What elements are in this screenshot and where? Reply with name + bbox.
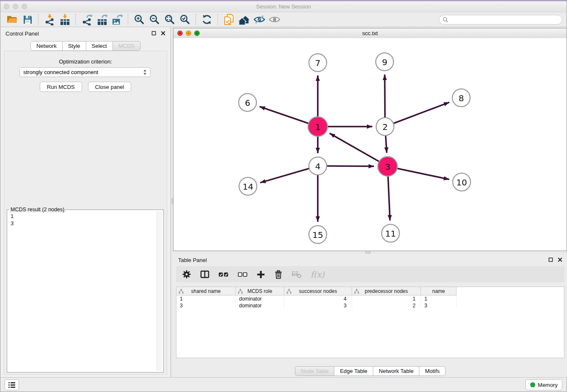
table-cell[interactable]: 2 [352, 303, 421, 309]
table-cell[interactable]: 4 [284, 296, 352, 302]
zoom-fit-button[interactable] [162, 13, 177, 26]
network-canvas[interactable]: 7968124314101511 [173, 38, 567, 251]
tab-select[interactable]: Select [86, 41, 113, 51]
network-graph: 7968124314101511 [173, 38, 567, 251]
show-hidden-button[interactable] [267, 13, 282, 26]
close-window-button[interactable] [4, 4, 9, 9]
deselect-all-button[interactable] [238, 269, 248, 280]
zoom-in-button[interactable] [132, 13, 147, 26]
toolbar-separator [75, 14, 76, 25]
tab-mcds[interactable]: MCDS [113, 41, 140, 51]
tab-motifs[interactable]: Motifs [419, 366, 446, 376]
network-window-titlebar[interactable]: scc.txt [173, 28, 567, 39]
column-header-shared-name[interactable]: shared name [176, 287, 236, 295]
checked-boxes-icon [218, 270, 229, 279]
trash-icon [274, 270, 283, 279]
show-columns-button[interactable] [200, 269, 209, 280]
table-cell[interactable]: 1 [421, 296, 457, 302]
home-icon [238, 14, 250, 25]
close-panel-button[interactable]: Close panel [88, 82, 132, 92]
toolbar-separator [217, 14, 218, 25]
table-row[interactable]: 1dominator411 [176, 295, 564, 302]
zoom-selected-button[interactable] [177, 13, 193, 26]
fx-icon: f(x) [311, 270, 325, 279]
zoom-out-button[interactable] [147, 13, 162, 26]
column-header-predecessor-nodes[interactable]: predecessor nodes [352, 287, 421, 295]
table-cell[interactable]: 1 [352, 296, 421, 302]
table-settings-button[interactable] [182, 269, 191, 280]
float-panel-icon[interactable] [151, 31, 156, 36]
function-builder-button[interactable]: f(x) [311, 269, 325, 280]
maximize-view-button[interactable] [194, 30, 200, 36]
minimize-view-button[interactable] [186, 30, 191, 36]
gear-icon [182, 270, 191, 279]
import-network-icon [44, 14, 55, 25]
export-table-icon [96, 14, 108, 25]
table-header-row: shared nameMCDS rolesuccessor nodesprede… [176, 287, 564, 295]
table-panel-title: Table Panel [178, 257, 207, 263]
export-table-button[interactable] [94, 13, 110, 26]
delete-table-icon [292, 270, 302, 279]
export-image-button[interactable] [110, 13, 125, 26]
table-cell[interactable]: 3 [176, 303, 236, 309]
network-from-selection-button[interactable] [221, 13, 237, 26]
column-header-label: MCDS role [236, 288, 284, 294]
graph-node-label: 10 [456, 177, 467, 188]
zoom-in-icon [134, 14, 145, 25]
save-session-button[interactable] [20, 13, 35, 26]
table-row[interactable]: 3dominator323 [176, 302, 564, 309]
hide-selected-button[interactable] [252, 13, 267, 26]
graph-edge-2-8[interactable] [385, 102, 449, 127]
tab-network-table[interactable]: Network Table [373, 366, 419, 376]
refresh-button[interactable] [199, 13, 215, 26]
table-cell[interactable]: 1 [176, 296, 236, 302]
tab-style[interactable]: Style [63, 41, 86, 51]
maximize-window-button[interactable] [22, 4, 27, 9]
mcds-panel: Optimization criterion: strongly connect… [4, 51, 167, 375]
status-bar: Memory [0, 377, 567, 392]
criterion-dropdown[interactable]: strongly connected component [19, 67, 151, 77]
graph-node-label: 2 [383, 122, 388, 132]
graph-node-label: 15 [312, 230, 323, 240]
optimization-criterion-label: Optimization criterion: [4, 58, 167, 65]
eye-icon [269, 15, 281, 24]
column-header-mcds-role[interactable]: MCDS role [236, 287, 284, 295]
table-cell[interactable]: 3 [284, 303, 352, 309]
open-session-button[interactable] [5, 13, 20, 26]
column-type-icon [179, 289, 184, 294]
task-history-button[interactable] [5, 379, 19, 390]
close-panel-icon[interactable] [161, 31, 165, 36]
memory-button[interactable]: Memory [526, 379, 562, 390]
table-panel: Table Panel [173, 254, 567, 378]
import-table-icon [59, 14, 71, 25]
close-view-button[interactable] [177, 30, 183, 36]
tab-network[interactable]: Network [30, 41, 63, 51]
import-network-button[interactable] [42, 13, 57, 26]
mcds-result-list[interactable]: 13 [11, 213, 156, 370]
table-cell[interactable]: dominator [236, 296, 284, 302]
tab-node-table[interactable]: Node Table [295, 366, 335, 376]
delete-column-button[interactable] [274, 269, 283, 280]
export-network-button[interactable] [79, 13, 94, 26]
column-header-successor-nodes[interactable]: successor nodes [284, 287, 352, 295]
export-image-icon [112, 14, 123, 25]
select-all-button[interactable] [218, 269, 229, 280]
delete-table-button[interactable] [292, 269, 302, 280]
minimize-window-button[interactable] [13, 4, 18, 9]
table-cell[interactable]: dominator [236, 303, 284, 309]
column-type-icon [354, 289, 359, 294]
column-header-name[interactable]: name [421, 287, 457, 295]
table-cell[interactable]: 3 [421, 303, 457, 309]
search-input[interactable] [450, 16, 559, 23]
columns-icon [200, 270, 209, 279]
add-column-button[interactable] [256, 269, 265, 280]
import-table-button[interactable] [57, 13, 72, 26]
float-panel-icon[interactable] [548, 257, 553, 262]
tab-edge-table[interactable]: Edge Table [334, 366, 373, 376]
mcds-result-scrollbar[interactable] [157, 211, 162, 371]
close-panel-icon[interactable] [558, 257, 562, 262]
search-box[interactable] [439, 15, 562, 25]
graph-node-label: 11 [385, 229, 396, 239]
run-mcds-button[interactable]: Run MCDS [40, 82, 82, 92]
home-button[interactable] [237, 13, 252, 26]
